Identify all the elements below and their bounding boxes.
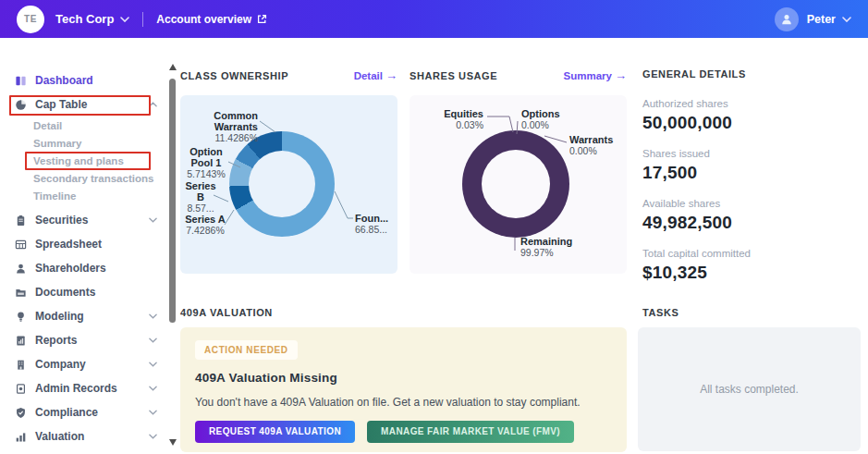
bar-chart-icon: [15, 431, 28, 443]
arrow-right-icon: →: [615, 68, 627, 82]
general-details-field: Total capital committed $10,325: [642, 248, 864, 283]
sidebar-item-dashboard[interactable]: Dashboard: [0, 68, 169, 92]
sidebar-item-label: Compliance: [35, 406, 98, 419]
top-navigation-bar: TE Tech Corp Account overview Peter: [0, 0, 868, 38]
sidebar-item-detail[interactable]: Detail: [0, 117, 169, 134]
class-ownership-detail-link[interactable]: Detail →: [354, 68, 397, 82]
report-icon: [15, 335, 28, 347]
sidebar: Dashboard Cap Table Detail Summary Vesti…: [0, 38, 169, 454]
dashboard-icon: [15, 75, 28, 87]
chevron-down-icon[interactable]: [149, 337, 157, 343]
segment-label-series-b: Series B 8.57...: [180, 180, 221, 215]
chevron-down-icon[interactable]: [120, 17, 129, 22]
user-avatar[interactable]: [775, 7, 799, 31]
shield-check-icon: [15, 407, 28, 419]
segment-label-founders: Foun... 66.85...: [355, 213, 397, 236]
sidebar-item-summary[interactable]: Summary: [0, 134, 169, 152]
sidebar-item-label: Documents: [35, 286, 95, 299]
shares-usage-donut-chart: [462, 130, 569, 238]
scrollbar-down-arrow[interactable]: [169, 439, 177, 446]
sidebar-item-label: Dashboard: [35, 74, 93, 87]
app-window: TE Tech Corp Account overview Peter: [0, 0, 868, 454]
shares-usage-title: SHARES USAGE: [410, 70, 497, 81]
chevron-down-icon[interactable]: [149, 217, 157, 223]
segment-label-remaining: Remaining 99.97%: [520, 236, 594, 259]
request-409a-valuation-button[interactable]: REQUEST 409A VALUATION: [195, 421, 355, 443]
chevron-down-icon[interactable]: [149, 386, 157, 391]
user-menu[interactable]: Peter: [807, 13, 836, 26]
sidebar-item-label: Admin Records: [35, 382, 117, 395]
company-initials: TE: [24, 14, 37, 24]
valuation-missing-heading: 409A Valuation Missing: [195, 371, 612, 385]
segment-label-common-warrants: Common Warrants 11.4286%: [182, 110, 258, 144]
sidebar-item-label: Cap Table: [35, 98, 87, 111]
valuation-409a-alert-card: ACTION NEEDED 409A Valuation Missing You…: [180, 327, 627, 452]
field-label: Shares issued: [642, 148, 864, 159]
field-value: $10,325: [642, 263, 864, 283]
sidebar-item-valuation[interactable]: Valuation: [0, 424, 169, 448]
scrollbar-thumb[interactable]: [169, 79, 176, 323]
company-switcher[interactable]: Tech Corp: [55, 12, 114, 26]
chevron-down-icon[interactable]: [149, 313, 157, 319]
sidebar-item-spreadsheet[interactable]: Spreadsheet: [0, 232, 169, 256]
account-overview-label: Account overview: [156, 13, 251, 26]
sidebar-item-cap-table[interactable]: Cap Table: [0, 92, 169, 117]
sidebar-item-reports[interactable]: Reports: [0, 328, 169, 352]
field-value: 50,000,000: [642, 113, 864, 133]
sidebar-item-label: Spreadsheet: [35, 238, 102, 251]
donut-hole: [482, 150, 550, 218]
divider: [142, 12, 143, 27]
chevron-down-icon[interactable]: [149, 434, 157, 439]
main-content: CLASS OWNERSHIP Detail → SHARES USAGE Su…: [180, 38, 868, 454]
sidebar-item-documents[interactable]: Documents: [0, 280, 169, 304]
sidebar-item-securities[interactable]: Securities: [0, 208, 169, 232]
chevron-down-icon[interactable]: [149, 362, 157, 367]
general-details-title: GENERAL DETAILS: [642, 68, 746, 80]
valuation-missing-body: You don't have a 409A Valuation on file.…: [195, 396, 612, 409]
sidebar-item-compliance[interactable]: Compliance: [0, 400, 169, 424]
external-link-icon: [257, 14, 267, 24]
sidebar-item-company[interactable]: Company: [0, 352, 169, 376]
class-ownership-card: Common Warrants 11.4286% Option Pool 1 5…: [180, 95, 397, 274]
valuation-409a-title: 409A VALUATION: [180, 307, 273, 318]
segment-label-option-pool-1: Option Pool 1 5.7143%: [180, 146, 232, 180]
general-details-field: Authorized shares 50,000,000: [642, 98, 864, 133]
person-icon: [15, 263, 28, 275]
link-label: Summary: [564, 70, 612, 81]
sidebar-item-secondary-transactions[interactable]: Secondary transactions: [0, 169, 169, 187]
spreadsheet-icon: [15, 239, 28, 251]
company-logo[interactable]: TE: [17, 6, 44, 33]
link-label: Detail: [354, 70, 383, 81]
arrow-right-icon: →: [385, 68, 397, 82]
account-overview-link[interactable]: Account overview: [156, 13, 267, 26]
pie-chart-icon: [15, 99, 28, 111]
field-label: Available shares: [642, 198, 864, 209]
segment-label-warrants: Warrants 0.00%: [569, 134, 627, 157]
manage-fmv-button[interactable]: MANAGE FAIR MARKET VALUE (FMV): [367, 421, 574, 443]
sidebar-item-label: Reports: [35, 334, 77, 347]
sidebar-item-label: Company: [35, 358, 86, 371]
tasks-card: All tasks completed.: [638, 327, 861, 451]
chevron-down-icon[interactable]: [842, 17, 851, 22]
sidebar-item-admin-records[interactable]: Admin Records: [0, 376, 169, 400]
sidebar-item-vesting-and-plans[interactable]: Vesting and plans: [0, 152, 169, 169]
field-value: 49,982,500: [642, 213, 864, 233]
field-label: Total capital committed: [642, 248, 864, 259]
donut-hole: [249, 151, 315, 217]
class-ownership-donut-chart: [229, 131, 335, 237]
valuation-actions: REQUEST 409A VALUATION MANAGE FAIR MARKE…: [195, 421, 612, 443]
chevron-down-icon[interactable]: [149, 410, 157, 415]
sidebar-item-label: Valuation: [35, 430, 84, 443]
sidebar-item-modeling[interactable]: Modeling: [0, 304, 169, 328]
folder-icon: [15, 287, 28, 299]
tasks-empty-text: All tasks completed.: [700, 383, 799, 396]
shares-usage-summary-link[interactable]: Summary →: [564, 68, 627, 82]
sidebar-item-timeline[interactable]: Timeline: [0, 187, 169, 204]
segment-label-options: Options 0.00%: [521, 108, 577, 131]
chevron-up-icon[interactable]: [149, 102, 157, 107]
sidebar-item-shareholders[interactable]: Shareholders: [0, 256, 169, 280]
segment-label-equities: Equities 0.03%: [428, 108, 483, 131]
scrollbar-up-arrow[interactable]: [169, 64, 177, 70]
field-label: Authorized shares: [642, 98, 864, 109]
lightbulb-icon: [15, 311, 28, 323]
